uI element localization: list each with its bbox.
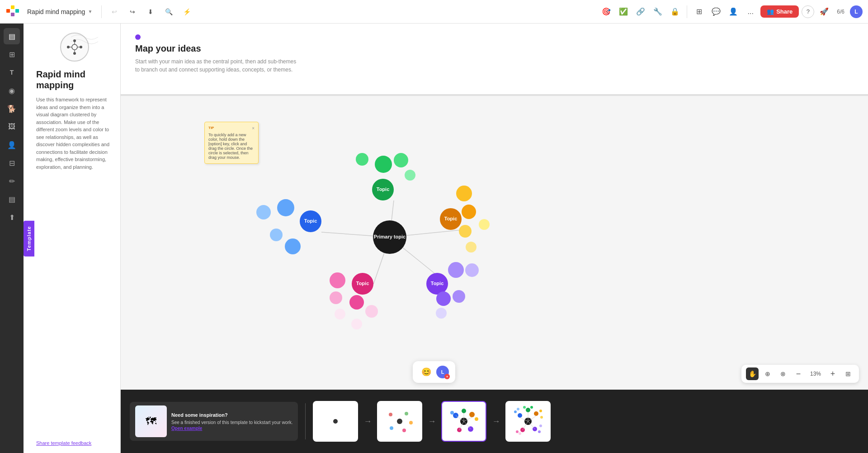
node-green-3[interactable] xyxy=(394,153,408,167)
node-pink-4[interactable] xyxy=(335,309,345,319)
template-description: Use this framework to represent ideas an… xyxy=(36,96,113,171)
node-purple-1[interactable] xyxy=(448,262,464,278)
sticky-close[interactable]: × xyxy=(252,126,255,131)
sticky-content: To quickly add a new color, hold down th… xyxy=(208,133,255,160)
canvas-header-dot xyxy=(135,34,141,40)
filmstrip-card-2[interactable] xyxy=(377,401,422,442)
more-button[interactable]: ... xyxy=(743,5,758,19)
svg-point-39 xyxy=(514,410,517,413)
topbar: Rapid mind mapping ▼ ↩ ↪ ⬇ 🔍 ⚡ 🎯 ✅ 🔗 🔧 🔒… xyxy=(0,0,868,24)
node-topic-green[interactable]: Topic xyxy=(372,179,394,200)
emoji-button[interactable]: 😊 xyxy=(419,365,434,379)
node-yellow-2[interactable] xyxy=(479,219,490,230)
canvas-header-divider xyxy=(121,94,868,95)
profile-button[interactable]: 👤 xyxy=(726,5,741,19)
reactions-button[interactable]: 🎯 xyxy=(599,5,613,19)
share-button[interactable]: 👥 Share xyxy=(760,5,799,18)
zoom-out-button[interactable]: − xyxy=(792,367,805,380)
filmstrip-promo-link[interactable]: Open example xyxy=(171,426,292,431)
project-title[interactable]: Rapid mind mapping ▼ xyxy=(24,6,96,17)
svg-point-27 xyxy=(462,409,466,413)
node-orange-3[interactable] xyxy=(459,225,472,238)
filmstrip-card-3[interactable] xyxy=(441,401,486,442)
svg-point-20 xyxy=(405,412,408,415)
node-pink-6[interactable] xyxy=(351,319,362,329)
sidebar-item-pen[interactable]: ✏ xyxy=(4,173,20,189)
sidebar-item-draw[interactable]: 🐕 xyxy=(4,100,20,117)
more-tools-button[interactable]: 🔧 xyxy=(651,5,665,19)
svg-rect-3 xyxy=(11,13,14,16)
bottom-avatar-plus: + xyxy=(444,374,450,379)
zoom-in-button[interactable]: + xyxy=(826,367,839,380)
node-blue-1[interactable] xyxy=(277,199,294,216)
node-blue-4[interactable] xyxy=(285,238,301,254)
sidebar-item-templates[interactable]: ⊞ xyxy=(4,46,20,62)
node-primary-topic[interactable]: Primary topic xyxy=(373,220,406,254)
svg-point-38 xyxy=(518,413,522,418)
user-avatar[interactable]: L xyxy=(850,5,863,18)
filmstrip-arrow-3: → xyxy=(492,417,500,426)
lock-button[interactable]: 🔒 xyxy=(668,5,682,19)
save-button[interactable]: ⬇ xyxy=(143,5,158,19)
template-tab[interactable]: Template xyxy=(24,220,34,256)
layout-button[interactable]: ⊞ xyxy=(692,5,706,19)
template-feedback-link[interactable]: Share template feedback xyxy=(36,440,91,446)
svg-rect-0 xyxy=(6,9,10,13)
tasks-button[interactable]: ✅ xyxy=(616,5,631,19)
sidebar-item-text[interactable]: T xyxy=(4,64,20,81)
node-pink-2[interactable] xyxy=(349,295,364,310)
svg-point-26 xyxy=(450,411,454,415)
node-pink-3[interactable] xyxy=(330,291,342,304)
node-green-2[interactable] xyxy=(375,156,392,173)
logo[interactable] xyxy=(5,5,20,19)
connections-button[interactable]: 🔗 xyxy=(633,5,648,19)
zoom-grid-button[interactable]: ⊗ xyxy=(777,367,789,380)
node-blue-2[interactable] xyxy=(256,205,271,219)
node-pink-1[interactable] xyxy=(330,272,345,288)
zoom-fit-button[interactable]: ⊞ xyxy=(842,367,854,380)
sidebar-item-shapes[interactable]: ◉ xyxy=(4,82,20,99)
node-topic-pink[interactable]: Topic xyxy=(352,273,373,295)
node-pink-5[interactable] xyxy=(365,305,378,318)
topbar-divider-1 xyxy=(101,5,102,18)
mindmap-area[interactable]: TIP × To quickly add a new color, hold d… xyxy=(121,97,868,390)
template-title: Rapid mind mapping xyxy=(36,69,113,91)
node-purple-3[interactable] xyxy=(436,291,451,306)
svg-point-52 xyxy=(519,432,521,435)
node-topic-blue[interactable]: Topic xyxy=(300,210,321,232)
sidebar-item-media[interactable]: 🖼 xyxy=(4,119,20,135)
zoom-target-button[interactable]: ⊕ xyxy=(761,367,774,380)
node-yellow-1[interactable] xyxy=(466,242,476,253)
sidebar-item-avatars[interactable]: 👤 xyxy=(4,137,20,153)
node-green-1[interactable] xyxy=(356,153,368,166)
notifications-button[interactable]: 🚀 xyxy=(817,5,831,19)
node-orange-1[interactable] xyxy=(456,186,472,201)
sidebar-item-more2[interactable]: ▤ xyxy=(4,191,20,207)
svg-point-43 xyxy=(530,406,533,409)
filmstrip-promo: 🗺 Need some inspiration? See a finished … xyxy=(130,402,298,441)
redo-button[interactable]: ↪ xyxy=(125,5,140,19)
svg-rect-1 xyxy=(11,5,14,9)
filmstrip-card-1[interactable] xyxy=(313,401,358,442)
sidebar-item-frames[interactable]: ▤ xyxy=(4,28,20,44)
filmstrip-card-4[interactable] xyxy=(505,401,551,442)
node-purple-4[interactable] xyxy=(453,290,465,303)
comments-button[interactable]: 💬 xyxy=(709,5,723,19)
undo-button[interactable]: ↩ xyxy=(107,5,122,19)
node-orange-2[interactable] xyxy=(462,205,476,219)
bottom-user-avatar[interactable]: L + xyxy=(436,366,449,378)
node-green-4[interactable] xyxy=(405,170,415,181)
template-icon-area xyxy=(36,33,113,62)
sidebar-item-export[interactable]: ⬆ xyxy=(4,209,20,225)
sidebar-item-tables[interactable]: ⊟ xyxy=(4,155,20,171)
node-topic-orange[interactable]: Topic xyxy=(440,208,462,230)
svg-point-41 xyxy=(526,408,530,412)
node-purple-5[interactable] xyxy=(436,308,447,319)
node-purple-2[interactable] xyxy=(465,263,479,277)
search-button[interactable]: 🔍 xyxy=(161,5,176,19)
zoom-hand-tool[interactable]: ✋ xyxy=(746,367,759,380)
help-button[interactable]: ? xyxy=(802,5,814,18)
node-blue-3[interactable] xyxy=(270,229,283,241)
canvas-header-title: Map your ideas xyxy=(135,43,854,54)
apps-button[interactable]: ⚡ xyxy=(179,5,194,19)
